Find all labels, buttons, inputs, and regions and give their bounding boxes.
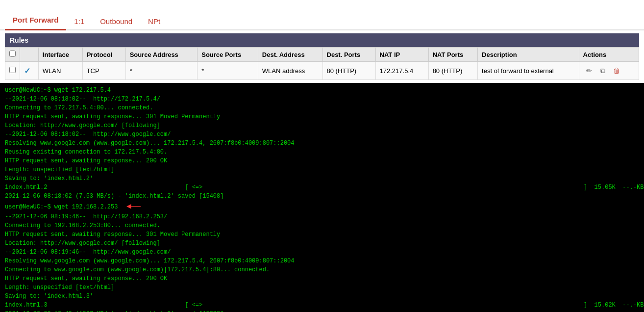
terminal-line: --2021-12-06 08:19:46-- http://www.googl… (5, 248, 639, 257)
col-description-header: Description (478, 48, 579, 62)
col-nat-ip-header: NAT IP (375, 48, 428, 62)
terminal-line: index.html.2 [ <=> ] 15.05K --.-KB/s in … (5, 183, 639, 192)
rules-table: Interface Protocol Source Address Source… (5, 47, 639, 80)
terminal-line: user@NewUC:~$ wget 192.168.2.253 ◀—— (5, 201, 639, 212)
terminal-line: Location: http://www.google.com/ [follow… (5, 239, 639, 248)
delete-button[interactable]: 🗑 (611, 65, 622, 77)
col-source-address-header: Source Address (125, 48, 198, 62)
row-nat-ip: 172.217.5.4 (375, 62, 428, 80)
terminal-line: Reusing existing connection to 172.217.5… (5, 148, 639, 156)
col-actions-header: Actions (579, 48, 639, 62)
row-dest-ports: 80 (HTTP) (322, 62, 375, 80)
select-all-checkbox[interactable] (9, 51, 16, 57)
row-actions: ✏ ⧉ 🗑 (579, 62, 639, 80)
rules-section: Rules Interface Protocol Source Address … (0, 30, 644, 83)
col-enabled-header (20, 48, 39, 62)
rules-header: Rules (5, 33, 639, 47)
enabled-check-icon: ✓ (24, 67, 30, 75)
row-nat-ports: 80 (HTTP) (428, 62, 477, 80)
tab-npt[interactable]: NPt (140, 12, 168, 30)
terminal-line: Resolving www.google.com (www.google.com… (5, 139, 639, 148)
terminal-line: --2021-12-06 08:18:02-- http://www.googl… (5, 130, 639, 139)
col-nat-ports-header: NAT Ports (428, 48, 477, 62)
row-source-ports: * (198, 62, 258, 80)
tabs-bar: Port Forward 1:1 Outbound NPt (0, 0, 644, 30)
edit-button[interactable]: ✏ (583, 65, 595, 77)
col-protocol-header: Protocol (82, 48, 125, 62)
terminal-line: Saving to: 'index.html.2' (5, 174, 639, 183)
arrow-indicator: ◀—— (122, 202, 140, 211)
col-source-ports-header: Source Ports (198, 48, 258, 62)
terminal-line: user@NewUC:~$ wget 172.217.5.4 (5, 86, 639, 95)
row-checkbox-cell (5, 62, 20, 80)
terminal-line: HTTP request sent, awaiting response... … (5, 274, 639, 283)
row-enabled-cell: ✓ (20, 62, 39, 80)
terminal-line: --2021-12-06 08:18:02-- http://172.217.5… (5, 95, 639, 104)
terminal-line: 2021-12-06 08:19:46 (1007 KB/s) - 'index… (5, 310, 639, 312)
col-checkbox (5, 48, 20, 62)
table-header-row: Interface Protocol Source Address Source… (5, 48, 639, 62)
terminal-line: Location: http://www.google.com/ [follow… (5, 121, 639, 130)
terminal-line: Saving to: 'index.html.3' (5, 292, 639, 301)
row-description: test of forward to external (478, 62, 579, 80)
col-dest-ports-header: Dest. Ports (322, 48, 375, 62)
terminal-line: Resolving www.google.com (www.google.com… (5, 257, 639, 265)
action-icons-group: ✏ ⧉ 🗑 (583, 65, 635, 77)
col-dest-address-header: Dest. Address (258, 48, 322, 62)
row-protocol: TCP (82, 62, 125, 80)
tab-outbound[interactable]: Outbound (92, 12, 140, 30)
terminal-line: HTTP request sent, awaiting response... … (5, 230, 639, 239)
tab-1-1[interactable]: 1:1 (66, 12, 92, 30)
row-interface: WLAN (38, 62, 82, 80)
tab-port-forward[interactable]: Port Forward (5, 11, 66, 30)
terminal: user@NewUC:~$ wget 172.217.5.4--2021-12-… (0, 83, 644, 312)
copy-button[interactable]: ⧉ (597, 65, 609, 77)
terminal-line: HTTP request sent, awaiting response... … (5, 112, 639, 121)
terminal-line: Length: unspecified [text/html] (5, 283, 639, 292)
terminal-line: Connecting to www.google.com (www.google… (5, 265, 639, 274)
terminal-line: 2021-12-06 08:18:02 (7.53 MB/s) - 'index… (5, 192, 639, 201)
row-source-address: * (125, 62, 198, 80)
table-row: ✓ WLAN TCP * * WLAN address 80 (HTTP) 17… (5, 62, 639, 80)
terminal-line: HTTP request sent, awaiting response... … (5, 156, 639, 165)
terminal-line: Connecting to 192.168.2.253:80... connec… (5, 221, 639, 230)
terminal-line: Connecting to 172.217.5.4:80... connecte… (5, 104, 639, 112)
col-interface-header: Interface (38, 48, 82, 62)
terminal-line: index.html.3 [ <=> ] 15.02K --.-KB/s in … (5, 301, 639, 310)
terminal-line: --2021-12-06 08:19:46-- http://192.168.2… (5, 212, 639, 221)
row-dest-address: WLAN address (258, 62, 322, 80)
row-checkbox[interactable] (9, 67, 16, 73)
terminal-line: Length: unspecified [text/html] (5, 165, 639, 174)
